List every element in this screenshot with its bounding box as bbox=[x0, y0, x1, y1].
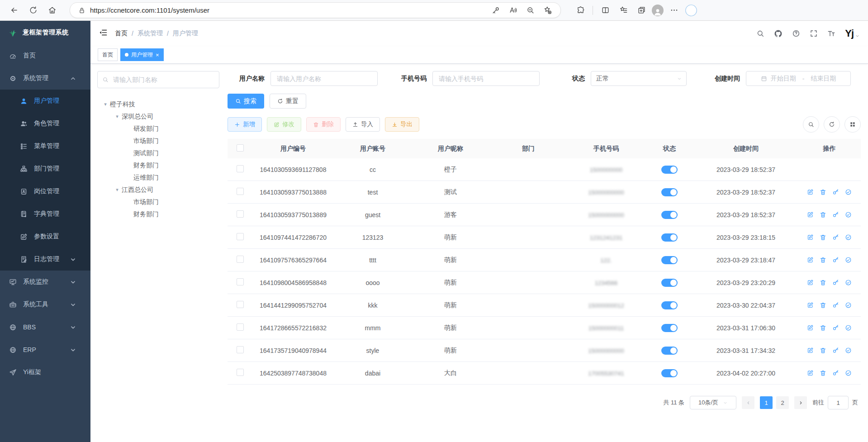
tree-node[interactable]: ▾江西总公司 bbox=[97, 184, 219, 196]
sidebar-item-dept-mgmt[interactable]: 部门管理 bbox=[0, 157, 90, 180]
browser-back-button[interactable] bbox=[6, 3, 22, 18]
delete-row-icon[interactable] bbox=[820, 370, 826, 376]
refresh-table-icon[interactable] bbox=[824, 116, 840, 133]
assign-role-icon[interactable] bbox=[845, 211, 852, 218]
edit-row-icon[interactable] bbox=[807, 302, 814, 309]
password-icon[interactable] bbox=[488, 3, 503, 18]
assign-role-icon[interactable] bbox=[845, 347, 852, 354]
breadcrumb-system[interactable]: 系统管理 bbox=[138, 29, 163, 38]
bing-chat-icon[interactable]: b bbox=[684, 4, 698, 17]
date-range-picker[interactable]: 开始日期 - 结束日期 bbox=[746, 71, 851, 86]
tab-user-mgmt[interactable]: 用户管理 × bbox=[120, 48, 164, 61]
browser-reload-button[interactable] bbox=[25, 3, 41, 18]
reset-button[interactable]: 重置 bbox=[270, 94, 306, 109]
page-button-1[interactable]: 1 bbox=[760, 396, 773, 409]
extensions-icon[interactable] bbox=[573, 3, 588, 18]
reset-password-icon[interactable] bbox=[832, 370, 839, 376]
reset-password-icon[interactable] bbox=[832, 324, 839, 331]
page-size-select[interactable]: 10条/页 bbox=[690, 396, 736, 409]
status-toggle[interactable] bbox=[661, 279, 678, 287]
favorites-icon[interactable] bbox=[616, 3, 631, 18]
row-checkbox[interactable] bbox=[237, 165, 244, 172]
delete-row-icon[interactable] bbox=[820, 189, 826, 195]
tree-node[interactable]: 研发部门 bbox=[97, 123, 219, 135]
sidebar-item-post-mgmt[interactable]: 岗位管理 bbox=[0, 180, 90, 203]
columns-grid-icon[interactable] bbox=[844, 116, 861, 133]
tab-home[interactable]: 首页 bbox=[98, 48, 118, 61]
username-input[interactable] bbox=[276, 75, 372, 83]
tree-node[interactable]: 测试部门 bbox=[97, 147, 219, 159]
collections-icon[interactable] bbox=[634, 3, 649, 18]
reset-password-icon[interactable] bbox=[832, 211, 839, 218]
sidebar-item-menu-mgmt[interactable]: 菜单管理 bbox=[0, 135, 90, 157]
browser-profile-avatar[interactable] bbox=[652, 5, 664, 16]
breadcrumb-home[interactable]: 首页 bbox=[115, 29, 128, 38]
status-toggle[interactable] bbox=[661, 324, 678, 332]
assign-role-icon[interactable] bbox=[845, 324, 852, 331]
status-toggle[interactable] bbox=[661, 233, 678, 242]
sidebar-item-system-monitor[interactable]: 系统监控 bbox=[0, 271, 90, 293]
phone-input[interactable] bbox=[438, 75, 534, 83]
status-toggle[interactable] bbox=[661, 347, 678, 355]
delete-row-icon[interactable] bbox=[820, 279, 826, 286]
help-icon[interactable] bbox=[792, 29, 800, 38]
tree-node[interactable]: 财务部门 bbox=[97, 159, 219, 171]
app-logo[interactable]: 意框架管理系统 bbox=[0, 21, 90, 44]
zoom-out-icon[interactable] bbox=[522, 3, 538, 18]
reset-password-icon[interactable] bbox=[832, 234, 839, 241]
row-checkbox[interactable] bbox=[237, 278, 244, 285]
import-button[interactable]: 导入 bbox=[346, 117, 380, 132]
edit-row-icon[interactable] bbox=[807, 279, 814, 286]
status-toggle[interactable] bbox=[661, 256, 678, 264]
status-select[interactable]: 正常 bbox=[591, 71, 687, 86]
delete-row-icon[interactable] bbox=[820, 324, 826, 331]
tree-expand-icon[interactable]: ▾ bbox=[101, 101, 110, 107]
goto-page-input[interactable] bbox=[828, 396, 849, 409]
delete-row-icon[interactable] bbox=[820, 257, 826, 263]
sidebar-item-yi-framework[interactable]: Yi框架 bbox=[0, 361, 90, 384]
sidebar-item-log-mgmt[interactable]: 日志管理 bbox=[0, 248, 90, 271]
sidebar-item-role-mgmt[interactable]: 角色管理 bbox=[0, 112, 90, 135]
sidebar-item-erp[interactable]: ERP bbox=[0, 338, 90, 361]
status-toggle[interactable] bbox=[661, 211, 678, 219]
phone-field[interactable] bbox=[432, 71, 540, 86]
edit-row-icon[interactable] bbox=[807, 211, 814, 218]
close-tab-icon[interactable]: × bbox=[156, 52, 159, 58]
edit-button[interactable]: 修改 bbox=[267, 117, 301, 132]
tree-node[interactable]: 财务部门 bbox=[97, 208, 219, 220]
delete-button[interactable]: 删除 bbox=[306, 117, 341, 132]
search-button[interactable]: 搜索 bbox=[228, 94, 264, 109]
edit-row-icon[interactable] bbox=[807, 234, 814, 241]
sidebar-toggle-icon[interactable] bbox=[99, 28, 108, 39]
sidebar-item-param-settings[interactable]: 参数设置 bbox=[0, 225, 90, 248]
row-checkbox[interactable] bbox=[237, 256, 244, 263]
edit-row-icon[interactable] bbox=[807, 370, 814, 376]
next-page-button[interactable] bbox=[794, 396, 807, 409]
add-button[interactable]: 新增 bbox=[228, 117, 262, 132]
read-aloud-icon[interactable] bbox=[505, 3, 521, 18]
row-checkbox[interactable] bbox=[237, 323, 244, 331]
row-checkbox[interactable] bbox=[237, 369, 244, 376]
reset-password-icon[interactable] bbox=[832, 257, 839, 263]
tree-expand-icon[interactable]: ▾ bbox=[113, 187, 122, 193]
delete-row-icon[interactable] bbox=[820, 347, 826, 354]
sidebar-item-system-mgmt[interactable]: 系统管理 bbox=[0, 67, 90, 90]
status-toggle[interactable] bbox=[661, 301, 678, 309]
status-toggle[interactable] bbox=[661, 188, 678, 196]
split-screen-icon[interactable] bbox=[598, 3, 613, 18]
dept-search-input[interactable] bbox=[112, 76, 214, 84]
sidebar-item-bbs[interactable]: BBS bbox=[0, 316, 90, 338]
tree-node[interactable]: ▾深圳总公司 bbox=[97, 110, 219, 123]
sidebar-item-system-tools[interactable]: 系统工具 bbox=[0, 293, 90, 316]
toggle-search-icon[interactable] bbox=[803, 116, 819, 133]
sidebar-item-user-mgmt[interactable]: 用户管理 bbox=[0, 90, 90, 112]
assign-role-icon[interactable] bbox=[845, 257, 852, 263]
user-avatar-logo[interactable]: Yj bbox=[845, 28, 860, 39]
tree-node[interactable]: ▾橙子科技 bbox=[97, 98, 219, 110]
tree-node[interactable]: 市场部门 bbox=[97, 196, 219, 208]
tree-expand-icon[interactable]: ▾ bbox=[113, 114, 122, 119]
url-text[interactable]: https://ccnetcore.com:1101/system/user bbox=[90, 6, 488, 14]
edit-row-icon[interactable] bbox=[807, 257, 814, 263]
reset-password-icon[interactable] bbox=[832, 189, 839, 195]
tree-node[interactable]: 运维部门 bbox=[97, 171, 219, 184]
